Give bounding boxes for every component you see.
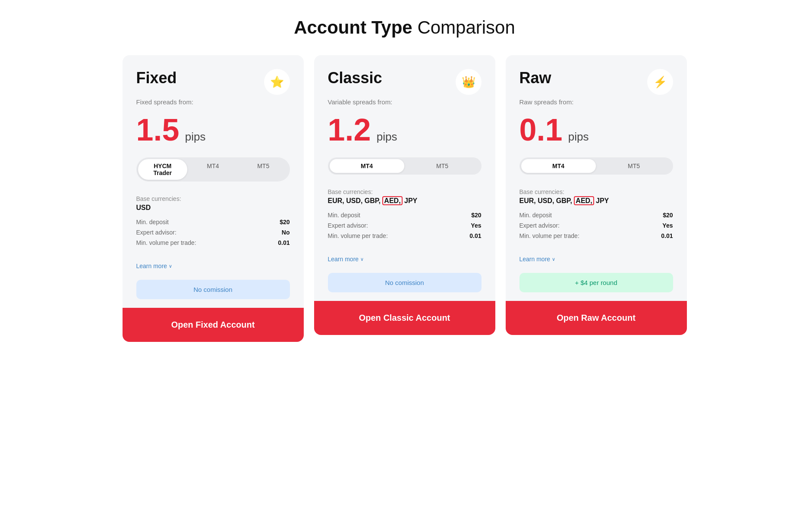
fixed-ea-label: Expert advisor: (136, 229, 176, 236)
raw-learn-more[interactable]: Learn more ∨ (519, 256, 673, 263)
raw-tab-mt4[interactable]: MT4 (521, 159, 596, 173)
card-fixed: Fixed⭐Fixed spreads from:1.5 pipsHYCM Tr… (123, 55, 304, 342)
raw-ea-label: Expert advisor: (519, 222, 560, 229)
raw-title: Raw (519, 69, 551, 87)
classic-volume-label: Min. volume per trade: (328, 232, 388, 239)
raw-chevron-icon: ∨ (552, 257, 555, 262)
raw-ea-value: Yes (662, 222, 673, 229)
raw-commission-badge: + $4 per round (519, 273, 673, 292)
classic-volume-row: Min. volume per trade:0.01 (328, 232, 482, 239)
fixed-currencies-label: Base currencies: (136, 195, 290, 202)
raw-icon: ⚡ (647, 69, 673, 95)
raw-pips-number: 0.1 (519, 113, 563, 147)
fixed-pips: 1.5 pips (136, 114, 290, 145)
classic-currencies-label: Base currencies: (328, 188, 482, 195)
raw-deposit-label: Min. deposit (519, 212, 552, 219)
raw-currencies-label: Base currencies: (519, 188, 673, 195)
fixed-deposit-value: $20 (280, 219, 290, 225)
cards-container: Fixed⭐Fixed spreads from:1.5 pipsHYCM Tr… (103, 55, 707, 342)
classic-currencies-value: EUR, USD, GBP, AED, JPY (328, 197, 482, 205)
raw-volume-value: 0.01 (661, 232, 673, 239)
raw-pips-label: pips (565, 130, 589, 143)
classic-open-button[interactable]: Open Classic Account (314, 301, 495, 335)
classic-chevron-icon: ∨ (360, 257, 364, 262)
raw-open-button[interactable]: Open Raw Account (506, 301, 687, 335)
classic-platform-tabs: MT4MT5 (328, 157, 482, 175)
fixed-pips-number: 1.5 (136, 113, 179, 147)
fixed-ea-value: No (282, 229, 290, 236)
fixed-title: Fixed (136, 69, 177, 87)
fixed-details: Base currencies:USDMin. deposit$20Expert… (136, 195, 290, 250)
raw-subtitle: Raw spreads from: (519, 98, 673, 106)
fixed-currencies-value: USD (136, 204, 290, 212)
fixed-open-button[interactable]: Open Fixed Account (123, 308, 304, 342)
classic-subtitle: Variable spreads from: (328, 98, 482, 106)
raw-volume-label: Min. volume per trade: (519, 232, 579, 239)
fixed-subtitle: Fixed spreads from: (136, 98, 290, 106)
classic-tab-mt4[interactable]: MT4 (330, 159, 404, 173)
classic-pips-label: pips (374, 130, 397, 143)
fixed-tab-hycm-trader[interactable]: HYCM Trader (138, 159, 188, 180)
card-raw: Raw⚡Raw spreads from:0.1 pipsMT4MT5Base … (506, 55, 687, 335)
classic-ea-value: Yes (471, 222, 481, 229)
fixed-volume-value: 0.01 (278, 239, 290, 246)
classic-learn-more[interactable]: Learn more ∨ (328, 256, 482, 263)
fixed-pips-label: pips (182, 130, 206, 143)
raw-deposit-value: $20 (663, 212, 673, 219)
fixed-learn-more[interactable]: Learn more ∨ (136, 263, 290, 269)
fixed-deposit-label: Min. deposit (136, 219, 169, 225)
fixed-platform-tabs: HYCM TraderMT4MT5 (136, 157, 290, 182)
classic-ea-row: Expert advisor:Yes (328, 222, 482, 229)
fixed-volume-label: Min. volume per trade: (136, 239, 196, 246)
classic-details: Base currencies:EUR, USD, GBP, AED, JPYM… (328, 188, 482, 243)
classic-volume-value: 0.01 (469, 232, 481, 239)
classic-deposit-value: $20 (471, 212, 481, 219)
fixed-icon: ⭐ (264, 69, 290, 95)
fixed-ea-row: Expert advisor:No (136, 229, 290, 236)
raw-details: Base currencies:EUR, USD, GBP, AED, JPYM… (519, 188, 673, 243)
classic-pips-number: 1.2 (328, 113, 371, 147)
fixed-deposit-row: Min. deposit$20 (136, 219, 290, 225)
raw-aed-highlight: AED, (574, 196, 594, 205)
classic-deposit-label: Min. deposit (328, 212, 360, 219)
classic-commission-badge: No comission (328, 273, 482, 292)
classic-tab-mt5[interactable]: MT5 (405, 159, 480, 173)
classic-title: Classic (328, 69, 382, 87)
classic-icon: 👑 (456, 69, 482, 95)
fixed-chevron-icon: ∨ (169, 263, 172, 269)
card-classic: Classic👑Variable spreads from:1.2 pipsMT… (314, 55, 495, 335)
classic-aed-highlight: AED, (382, 196, 402, 205)
fixed-tab-mt4[interactable]: MT4 (188, 159, 238, 180)
classic-ea-label: Expert advisor: (328, 222, 368, 229)
raw-currencies-value: EUR, USD, GBP, AED, JPY (519, 197, 673, 205)
page-title: Account Type Comparison (9, 17, 800, 38)
raw-deposit-row: Min. deposit$20 (519, 212, 673, 219)
raw-tab-mt5[interactable]: MT5 (597, 159, 671, 173)
raw-ea-row: Expert advisor:Yes (519, 222, 673, 229)
raw-volume-row: Min. volume per trade:0.01 (519, 232, 673, 239)
classic-pips: 1.2 pips (328, 114, 482, 145)
fixed-commission-badge: No comission (136, 280, 290, 299)
classic-deposit-row: Min. deposit$20 (328, 212, 482, 219)
raw-pips: 0.1 pips (519, 114, 673, 145)
fixed-volume-row: Min. volume per trade:0.01 (136, 239, 290, 246)
raw-platform-tabs: MT4MT5 (519, 157, 673, 175)
fixed-tab-mt5[interactable]: MT5 (239, 159, 288, 180)
